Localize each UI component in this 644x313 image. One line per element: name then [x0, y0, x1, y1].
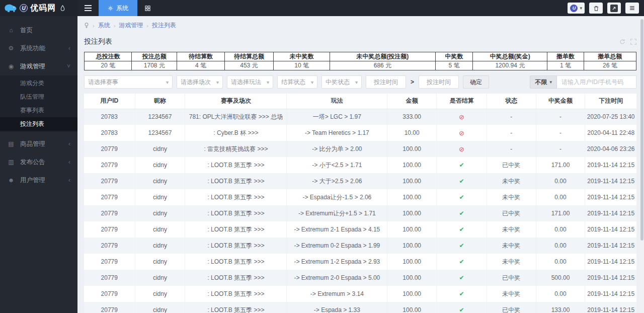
page-title: 投注列表 — [84, 37, 112, 46]
sidebar-item-team-management[interactable]: 队伍管理 — [0, 90, 77, 104]
sidebar-item-event-list[interactable]: 赛事列表 — [0, 104, 77, 117]
scope-label: 不限 — [535, 78, 547, 87]
list-menu-button[interactable] — [625, 3, 639, 14]
cell-amount: 100.00 — [387, 157, 437, 173]
tabs-grid-icon[interactable] — [137, 5, 158, 12]
cell-user-id: 20779 — [84, 270, 135, 286]
sidebar-item-announcements[interactable]: ▥ 发布公告 ‹ — [0, 153, 77, 171]
cell-event: : LOOT.B 第五季 >>> — [185, 189, 287, 205]
sidebar-item-user-management[interactable]: ☻ 用户管理 ‹ — [0, 171, 77, 189]
cell-event: 781: OPL大洋洲职业联赛 >>> 总场 — [185, 109, 287, 125]
cell-user-id: 20783 — [84, 109, 135, 125]
table-row[interactable]: 20779 cidny : LOOT.B 第五季 >>> -> Espada >… — [84, 302, 636, 313]
tab-system[interactable]: 系统 — [99, 0, 137, 16]
cell-amount: 100.00 — [387, 254, 437, 270]
cell-settle-status: ⊘ — [437, 109, 487, 125]
cell-nickname: cidny — [135, 205, 185, 221]
settled-check-icon: ✔ — [459, 162, 464, 169]
stats-label: 中奖数 — [435, 52, 473, 61]
breadcrumb-separator: › — [93, 23, 95, 29]
sidebar-item-goods-management[interactable]: ▤ 商品管理 ‹ — [0, 135, 77, 153]
sidebar-toggle-button[interactable] — [77, 0, 99, 16]
chevron-down-icon: ▾ — [355, 80, 358, 85]
settled-check-icon: ✔ — [459, 226, 464, 233]
stats-label: 待结算数 — [177, 52, 224, 61]
settle-status-select[interactable]: 结算状态 ▾ — [277, 75, 317, 89]
round-select[interactable]: 请选择场次 ▾ — [177, 75, 223, 89]
refresh-icon[interactable] — [619, 39, 625, 45]
cell-win-status: 已中奖 — [487, 157, 536, 173]
breadcrumb-link-game-management[interactable]: 游戏管理 — [119, 21, 143, 30]
fullscreen-icon[interactable] — [630, 39, 636, 45]
cell-event: : 雷竞技精英挑战赛 >>> — [185, 141, 287, 157]
table-row[interactable]: 20779 cidny : LOOT.B 第五季 >>> -> Extremum… — [84, 238, 636, 254]
table-row[interactable]: 20783 1234567 : Cyber.B 杯 >>> -> Team He… — [84, 125, 636, 141]
col-user-id: 用户ID — [84, 94, 135, 109]
user-avatar-menu[interactable]: U ▾ — [568, 3, 585, 14]
table-row[interactable]: 20779 cidny : LOOT.B 第五季 >>> -> Espada让分… — [84, 189, 636, 205]
cell-bet-time: 2019-11-14 12:15 — [585, 157, 636, 173]
cell-win-status: 已中奖 — [487, 205, 536, 221]
top-bar: U 优码网 系统 U ▾ — [0, 0, 644, 16]
table-row[interactable]: 20779 cidny : LOOT.B 第五季 >>> -> Extremum… — [84, 270, 636, 286]
cell-win-status: 未中奖 — [487, 286, 536, 302]
cell-settle-status: ⊘ — [437, 125, 487, 141]
stats-value: 20 笔 — [85, 61, 132, 70]
cell-win-status: - — [487, 109, 536, 125]
sidebar-item-system-functions[interactable]: ⚙ 系统功能 ‹ — [0, 39, 77, 57]
table-row[interactable]: 20779 cidny : LOOT.B 第五季 >>> -> Extremum… — [84, 254, 636, 270]
bet-time-from-input[interactable] — [366, 75, 406, 89]
cell-user-id: 20783 — [84, 125, 135, 141]
cell-settle-status: ✔ — [437, 189, 487, 205]
sidebar-item-bet-list[interactable]: 投注列表 — [0, 117, 77, 131]
brand-logo[interactable]: U 优码网 — [0, 0, 77, 16]
table-row[interactable]: 20779 cidny : LOOT.B 第五季 >>> -> Extremum… — [84, 221, 636, 238]
sidebar-item-game-category[interactable]: 游戏分类 — [0, 76, 77, 90]
cell-win-amount: 0.00 — [536, 254, 585, 270]
vertical-scrollbar[interactable] — [640, 16, 644, 313]
cell-play: -> 大于>2.5 > 2.06 — [287, 173, 387, 189]
play-select[interactable]: 请选择玩法 ▾ — [227, 75, 273, 89]
cell-win-amount: 0.00 — [536, 221, 585, 238]
trash-button[interactable] — [589, 3, 603, 14]
table-row[interactable]: 20779 cidny : 雷竞技精英挑战赛 >>> -> 比分为单 > 2.0… — [84, 141, 636, 157]
stats-label: 未中奖总额(投注额) — [330, 52, 436, 61]
bet-table-header-row: 用户ID 昵称 赛事及场次 玩法 金额 是否结算 状态 中奖金额 下注时间 — [84, 94, 636, 109]
breadcrumb-link-system[interactable]: 系统 — [98, 21, 110, 30]
cell-user-id: 20779 — [84, 157, 135, 173]
cell-settle-status: ✔ — [437, 221, 487, 238]
cell-bet-time: 2019-11-14 12:15 — [585, 270, 636, 286]
chevron-left-icon: ‹ — [68, 159, 70, 166]
win-status-placeholder: 中奖状态 — [326, 78, 352, 87]
cell-settle-status: ✔ — [437, 254, 487, 270]
table-row[interactable]: 20779 cidny : LOOT.B 第五季 >>> -> 小于<2.5 >… — [84, 157, 636, 173]
settle-status-placeholder: 结算状态 — [281, 78, 308, 87]
panel-header: 投注列表 — [84, 37, 636, 46]
expand-window-button[interactable] — [607, 3, 621, 14]
table-row[interactable]: 20779 cidny : LOOT.B 第五季 >>> -> Extremum… — [84, 286, 636, 302]
win-status-select[interactable]: 中奖状态 ▾ — [321, 75, 362, 89]
sidebar-item-label: 用户管理 — [20, 176, 63, 185]
table-row[interactable]: 20783 1234567 781: OPL大洋洲职业联赛 >>> 总场 一塔>… — [84, 109, 636, 125]
col-status: 状态 — [487, 94, 536, 109]
sidebar-item-home[interactable]: ⌂ 首页 — [0, 21, 77, 39]
table-row[interactable]: 20779 cidny : LOOT.B 第五季 >>> -> Extremum… — [84, 205, 636, 221]
cell-amount: 100.00 — [387, 189, 437, 205]
cell-bet-time: 2019-11-14 12:15 — [585, 302, 636, 313]
confirm-button[interactable]: 确定 — [463, 75, 489, 89]
cell-win-status: - — [487, 125, 536, 141]
scope-dropdown-button[interactable]: 不限 ▾ — [530, 75, 557, 89]
table-row[interactable]: 20779 cidny : LOOT.B 第五季 >>> -> 大于>2.5 >… — [84, 173, 636, 189]
event-select[interactable]: 请选择赛事 ▾ — [84, 75, 173, 89]
event-select-placeholder: 请选择赛事 — [88, 78, 163, 87]
col-win-amount: 中奖金额 — [536, 94, 585, 109]
user-search-input[interactable] — [557, 75, 636, 89]
stats-label: 中奖总额(奖金) — [473, 52, 547, 61]
cell-settle-status: ✔ — [437, 173, 487, 189]
sidebar-item-game-management[interactable]: ◉ 游戏管理 ˅ — [0, 57, 77, 75]
cell-settle-status: ⊘ — [437, 141, 487, 157]
search-group: 不限 ▾ — [530, 75, 636, 89]
breadcrumb-link-bet-list[interactable]: 投注列表 — [152, 21, 176, 30]
scrollbar-thumb[interactable] — [640, 19, 643, 241]
bet-time-to-input[interactable] — [419, 75, 459, 89]
